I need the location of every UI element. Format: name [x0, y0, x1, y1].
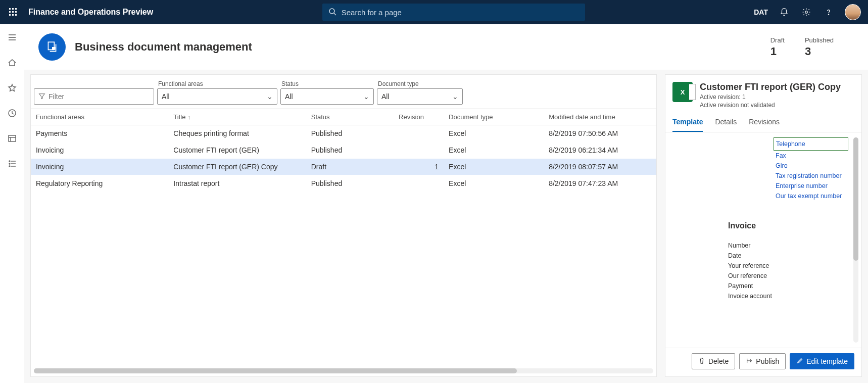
edit-template-button[interactable]: Edit template — [790, 353, 854, 369]
page-document-icon — [38, 33, 66, 61]
nav-modules-icon[interactable] — [4, 156, 20, 172]
cell-modified: 8/2/2019 07:50:56 AM — [544, 125, 656, 142]
page-title: Business document management — [75, 40, 252, 54]
help-question-icon[interactable] — [823, 6, 835, 18]
cell-revision — [394, 125, 444, 142]
template-field: Number — [728, 241, 848, 251]
table-row[interactable]: InvoicingCustomer FTI report (GER) CopyD… — [31, 159, 656, 175]
publish-button[interactable]: Publish — [739, 353, 786, 369]
cell-modified: 8/2/2019 07:47:23 AM — [544, 175, 656, 192]
cell-fa: Regulatory Reporting — [31, 175, 168, 192]
functional-areas-select[interactable]: All ⌄ — [157, 88, 277, 105]
chevron-down-icon: ⌄ — [363, 92, 369, 101]
details-tabs: Template Details Revisions — [665, 112, 861, 132]
svg-rect-1 — [12, 8, 14, 10]
svg-rect-8 — [15, 14, 17, 16]
cell-fa: Payments — [31, 125, 168, 142]
table-row[interactable]: Regulatory ReportingIntrastat reportPubl… — [31, 175, 656, 192]
col-revision[interactable]: Revision — [394, 109, 444, 125]
nav-favorites-star-icon[interactable] — [4, 80, 20, 96]
cell-title: Customer FTI report (GER) — [168, 142, 306, 159]
horizontal-scrollbar[interactable] — [34, 368, 653, 373]
status-filter-select[interactable]: All ⌄ — [280, 88, 374, 105]
functional-areas-label: Functional areas — [157, 80, 277, 87]
settings-gear-icon[interactable] — [800, 6, 812, 18]
tab-details[interactable]: Details — [715, 118, 737, 132]
svg-point-9 — [329, 9, 334, 14]
company-code[interactable]: DAT — [754, 8, 768, 16]
app-suite-title: Finance and Operations Preview — [28, 8, 153, 17]
grid-filter-input[interactable] — [34, 88, 154, 105]
tab-revisions[interactable]: Revisions — [749, 118, 780, 132]
app-launcher-waffle-icon[interactable] — [7, 6, 19, 18]
edit-pencil-icon — [796, 357, 803, 366]
cell-status: Published — [306, 175, 394, 192]
chevron-down-icon: ⌄ — [452, 92, 458, 101]
grid-filter-textbox[interactable] — [49, 92, 150, 101]
cell-status: Draft — [306, 159, 394, 175]
global-search-input[interactable] — [342, 8, 579, 17]
svg-rect-7 — [12, 14, 14, 16]
publish-icon — [746, 357, 753, 366]
cell-status: Published — [306, 125, 394, 142]
stat-published-label: Published — [805, 36, 834, 44]
cell-title: Cheques printing format — [168, 125, 306, 142]
filter-icon — [38, 92, 45, 101]
svg-rect-27 — [52, 47, 56, 50]
cell-status: Published — [306, 142, 394, 159]
col-status[interactable]: Status — [306, 109, 394, 125]
template-field: Telephone — [776, 139, 846, 149]
svg-point-22 — [9, 163, 10, 164]
svg-point-12 — [828, 14, 829, 15]
svg-point-24 — [9, 166, 10, 167]
sort-ascending-icon: ↑ — [187, 114, 190, 120]
cell-modified: 8/2/2019 06:21:34 AM — [544, 142, 656, 159]
table-row[interactable]: PaymentsCheques printing formatPublished… — [31, 125, 656, 142]
svg-rect-0 — [9, 8, 11, 10]
col-doctype[interactable]: Document type — [444, 109, 544, 125]
template-field: Date — [728, 251, 848, 261]
vertical-scrollbar[interactable] — [853, 137, 858, 343]
template-field: Our reference — [728, 271, 848, 281]
cell-revision: 1 — [394, 159, 444, 175]
svg-point-20 — [9, 161, 10, 162]
cell-fa: Invoicing — [31, 159, 168, 175]
stat-draft-label: Draft — [770, 36, 785, 44]
nav-recent-clock-icon[interactable] — [4, 105, 20, 121]
stat-draft: Draft 1 — [770, 36, 785, 58]
svg-rect-5 — [15, 11, 17, 13]
cell-revision — [394, 142, 444, 159]
template-invoice-fields: NumberDateYour referenceOur referencePay… — [728, 241, 848, 301]
cell-title: Customer FTI report (GER) Copy — [168, 159, 306, 175]
top-navbar: Finance and Operations Preview DAT — [0, 0, 868, 24]
user-avatar[interactable] — [845, 4, 861, 20]
cell-modified: 8/2/2019 08:07:57 AM — [544, 159, 656, 175]
table-row[interactable]: InvoicingCustomer FTI report (GER)Publis… — [31, 142, 656, 159]
cell-doctype: Excel — [444, 175, 544, 192]
delete-button[interactable]: Delete — [692, 353, 735, 369]
nav-home-icon[interactable] — [4, 55, 20, 71]
tab-template[interactable]: Template — [672, 118, 703, 132]
global-search[interactable] — [322, 4, 585, 21]
cell-title: Intrastat report — [168, 175, 306, 192]
search-icon — [328, 8, 336, 17]
nav-workspaces-icon[interactable] — [4, 130, 20, 147]
col-modified[interactable]: Modified date and time — [544, 109, 656, 125]
svg-line-10 — [334, 13, 336, 15]
svg-point-11 — [805, 11, 808, 14]
nav-hamburger-icon[interactable] — [4, 29, 20, 45]
col-functional-areas[interactable]: Functional areas — [31, 109, 168, 125]
notifications-bell-icon[interactable] — [778, 6, 790, 18]
excel-file-icon: X — [672, 82, 693, 102]
stat-draft-value: 1 — [770, 45, 785, 58]
grid-header-row: Functional areas Title↑ Status Revision … — [31, 109, 656, 125]
col-title[interactable]: Title↑ — [168, 109, 306, 125]
status-filter-label: Status — [280, 80, 374, 87]
left-nav-rail — [0, 24, 24, 383]
template-preview: Telephone FaxGiroTax registration number… — [672, 136, 860, 344]
template-selected-cell: Telephone — [774, 137, 848, 151]
doctype-filter-select[interactable]: All ⌄ — [377, 88, 463, 105]
cell-doctype: Excel — [444, 159, 544, 175]
template-field: Fax — [776, 151, 848, 161]
template-field: Payment — [728, 281, 848, 291]
